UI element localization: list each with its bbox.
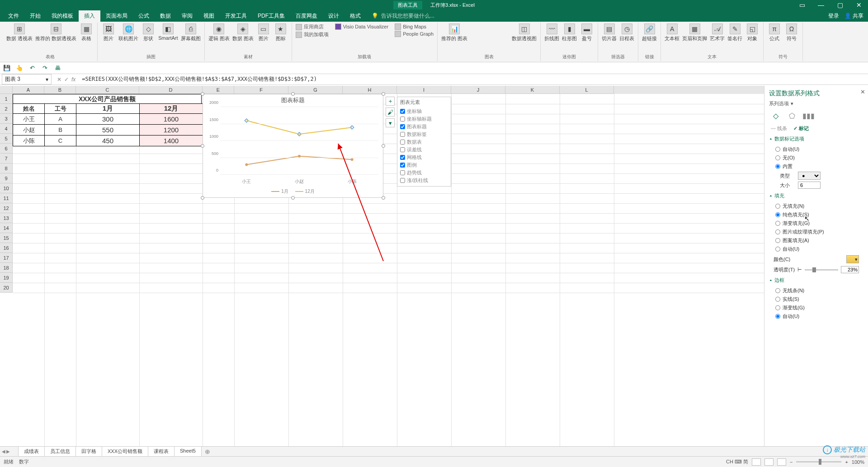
row-header[interactable]: 6 — [0, 144, 13, 154]
timeline-button[interactable]: ◷日程表 — [619, 23, 634, 42]
chart-type-icon[interactable] — [490, 33, 498, 40]
online-pictures-button[interactable]: 🌐联机图片 — [118, 23, 138, 42]
sheet-tab[interactable]: XXX公司销售额 — [102, 446, 148, 457]
column-header[interactable]: G — [288, 86, 343, 94]
row-header[interactable]: 14 — [0, 223, 13, 233]
tab-templates[interactable]: 我的模板 — [46, 10, 79, 22]
row-header[interactable]: 11 — [0, 193, 13, 203]
transparency-input[interactable] — [841, 266, 859, 273]
hyperlink-button[interactable]: 🔗超链接 — [642, 23, 657, 42]
row-header[interactable]: 12 — [0, 203, 13, 213]
fill-line-tab-icon[interactable]: ◇ — [771, 111, 781, 121]
save-icon[interactable]: 💾 — [3, 64, 11, 72]
column-header[interactable]: K — [505, 86, 560, 94]
name-box[interactable]: 图表 3▾ — [2, 74, 52, 84]
column-header[interactable]: H — [343, 86, 397, 94]
chart-filters-button[interactable]: ▾ — [386, 118, 395, 127]
marker-options-section[interactable]: 数据标记选项 — [769, 135, 863, 142]
tab-home[interactable]: 开始 — [24, 10, 46, 22]
chart-legend[interactable]: 1月 12月 — [203, 188, 383, 195]
close-pane-icon[interactable]: ✕ — [860, 89, 865, 95]
marker-builtin-radio[interactable] — [775, 164, 780, 169]
fill-gradient-radio[interactable] — [775, 221, 780, 226]
resize-handle[interactable] — [201, 196, 204, 200]
object-button[interactable]: ◱对象 — [745, 23, 760, 42]
marker-auto-radio[interactable] — [775, 147, 780, 152]
sheet-tab[interactable]: 成绩表 — [18, 446, 45, 457]
chart-type-icon[interactable] — [500, 33, 508, 40]
row-header[interactable]: 9 — [0, 173, 13, 183]
minimize-icon[interactable]: — — [815, 1, 827, 9]
status-lang[interactable]: CH ⌨ 简 — [726, 458, 748, 465]
column-header[interactable]: J — [451, 86, 505, 94]
tab-format[interactable]: 格式 — [344, 10, 366, 22]
chart-element-checkbox[interactable]: 坐标轴 — [400, 107, 448, 115]
chart-element-checkbox[interactable]: 数据标签 — [400, 131, 448, 138]
bing-maps-button[interactable]: Bing Maps — [395, 23, 434, 30]
tab-pagelayout[interactable]: 页面布局 — [100, 10, 133, 22]
resize-handle[interactable] — [382, 144, 385, 148]
pivotchart-button[interactable]: ◫数据透视图 — [512, 23, 537, 42]
row-header[interactable]: 15 — [0, 233, 13, 243]
resize-handle[interactable] — [382, 92, 385, 96]
fill-picture-radio[interactable] — [775, 229, 780, 234]
material-pic-button[interactable]: ▭图片 — [256, 23, 271, 42]
share-button[interactable]: 👤 共享 — [844, 12, 863, 20]
chart-element-checkbox[interactable]: 数据表 — [400, 138, 448, 146]
row-header[interactable]: 10 — [0, 183, 13, 193]
tab-data[interactable]: 数据 — [155, 10, 176, 22]
touch-mode-icon[interactable]: 👆 — [15, 64, 24, 72]
confirm-formula-icon[interactable]: ✓ — [64, 76, 69, 83]
chart-type-icon[interactable] — [480, 26, 488, 33]
close-icon[interactable]: ✕ — [853, 1, 865, 9]
marker-type-select[interactable]: ● — [798, 172, 821, 180]
tell-me-search[interactable]: 💡 告诉我您想要做什么... — [372, 12, 434, 20]
marker-none-radio[interactable] — [775, 155, 780, 160]
tab-formulas[interactable]: 公式 — [133, 10, 155, 22]
fx-icon[interactable]: fx — [71, 76, 75, 83]
row-header[interactable]: 3 — [0, 114, 13, 124]
column-header[interactable]: D — [139, 86, 203, 94]
pivottable-button[interactable]: ⊞数据 透视表 — [6, 23, 33, 42]
sheet-tab[interactable]: Sheet5 — [174, 446, 202, 457]
zoom-out-icon[interactable]: − — [790, 459, 793, 465]
chart-object[interactable]: 图表标题 0500100015002000 小王小赵小陈 1月 12月 — [203, 94, 383, 198]
tab-view[interactable]: 视图 — [198, 10, 220, 22]
sparkline-column-button[interactable]: ▮柱形图 — [562, 23, 577, 42]
row-header[interactable]: 19 — [0, 273, 13, 283]
sheet-tab[interactable]: 田字格 — [75, 446, 102, 457]
chart-element-checkbox[interactable]: 涨/跌柱线 — [400, 177, 448, 184]
material-icon-button[interactable]: ★图标 — [274, 23, 288, 42]
tab-baidu[interactable]: 百度网盘 — [290, 10, 323, 22]
logic-chart-button[interactable]: ◉逻辑 图表 — [208, 23, 230, 42]
visio-button[interactable]: Visio Data Visualizer — [335, 23, 388, 30]
column-header[interactable]: L — [560, 86, 614, 94]
print-icon[interactable]: 🖶 — [53, 64, 61, 72]
select-all-corner[interactable] — [0, 86, 13, 94]
maximize-icon[interactable]: ▢ — [834, 1, 846, 9]
marker-size-input[interactable] — [798, 182, 821, 189]
smartart-button[interactable]: ◧SmartArt — [158, 23, 178, 41]
sparkline-winloss-button[interactable]: ▬盈亏 — [580, 23, 594, 42]
border-gradient-radio[interactable] — [775, 305, 780, 310]
normal-view-icon[interactable] — [752, 458, 761, 466]
zoom-slider[interactable] — [796, 461, 841, 462]
login-link[interactable]: 登录 — [828, 12, 839, 20]
chart-element-checkbox[interactable]: 网格线 — [400, 154, 448, 161]
tab-file[interactable]: 文件 — [3, 10, 24, 22]
screenshot-button[interactable]: ⎙屏幕截图 — [181, 23, 201, 42]
row-header[interactable]: 20 — [0, 283, 13, 293]
data-chart-button[interactable]: ◈数据 图表 — [232, 23, 254, 42]
my-addins-button[interactable]: 我的加载项 — [296, 31, 329, 38]
line-tab[interactable]: 〰线条 — [771, 125, 787, 132]
row-header[interactable]: 18 — [0, 263, 13, 273]
tab-pdf[interactable]: PDF工具集 — [252, 10, 290, 22]
chart-styles-button[interactable]: 🖌 — [386, 107, 395, 117]
fill-auto-radio[interactable] — [775, 247, 780, 252]
resize-handle[interactable] — [291, 92, 295, 96]
fill-solid-radio[interactable] — [775, 212, 780, 217]
table-button[interactable]: ▦表格 — [79, 23, 94, 42]
chart-plot-area[interactable] — [220, 107, 378, 175]
row-header[interactable]: 17 — [0, 253, 13, 263]
equation-button[interactable]: π公式 — [767, 23, 782, 42]
